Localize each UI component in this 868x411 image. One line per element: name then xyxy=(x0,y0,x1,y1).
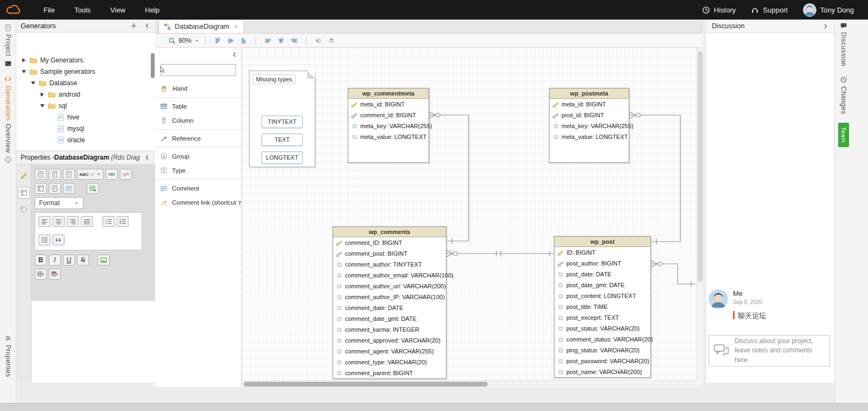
tab-changes[interactable]: Changes xyxy=(837,76,850,115)
discussion-input-placeholder[interactable]: Discuss about your project, leave notes … xyxy=(709,335,830,366)
menu-file[interactable]: File xyxy=(43,6,55,14)
table-header-wp-post[interactable]: wp_post xyxy=(554,237,650,247)
snippet-button[interactable] xyxy=(35,183,47,194)
align-center-button[interactable] xyxy=(275,35,288,46)
zoom-control[interactable]: 90% xyxy=(168,37,200,45)
table-wp-post[interactable]: wp_postID: BIGINTpost_author: BIGINTpost… xyxy=(554,236,651,378)
tree-item-android[interactable]: android xyxy=(16,88,155,100)
sidebar-tab-generators[interactable]: Generators xyxy=(0,75,16,121)
horizontal-scroll-thumb[interactable] xyxy=(244,382,488,387)
column-wp-commentmeta-comment-id[interactable]: comment_id: BIGINT xyxy=(348,110,429,121)
tab-team[interactable]: Team xyxy=(837,123,850,147)
collapse-properties-button[interactable] xyxy=(144,154,151,161)
link-button[interactable] xyxy=(106,169,118,180)
align-center-button[interactable] xyxy=(53,216,65,227)
history-button[interactable]: History xyxy=(702,6,736,14)
column-wp-comments-comment-parent[interactable]: comment_parent: BIGINT xyxy=(333,368,446,378)
tool-comment-link-shortcut-n[interactable]: Comment link (shortcut 'n') xyxy=(155,195,241,210)
media-button[interactable] xyxy=(63,183,75,194)
expand-arrow-icon[interactable] xyxy=(39,104,45,108)
column-wp-comments-comment-approved[interactable]: comment_approved: VARCHAR(20) xyxy=(333,335,446,346)
align-left-button[interactable] xyxy=(39,216,50,227)
blockquote-button[interactable] xyxy=(53,235,65,245)
unordered-list-button[interactable] xyxy=(117,216,129,227)
paste-button[interactable] xyxy=(35,169,47,180)
table-style-button[interactable] xyxy=(35,269,47,280)
sidebar-tab-project[interactable]: Project xyxy=(0,24,16,56)
spellcheck-button[interactable]: ABC xyxy=(77,169,104,180)
column-wp-post-post-name[interactable]: post_name: VARCHAR(200) xyxy=(554,366,650,377)
app-logo-icon[interactable] xyxy=(5,4,22,16)
underline-button[interactable]: U xyxy=(63,255,75,265)
align-bottom-button[interactable] xyxy=(237,35,250,46)
tag-button[interactable] xyxy=(18,204,30,216)
sidebar-tab-properties[interactable]: Properties xyxy=(0,334,16,377)
tab-databasediagram[interactable]: DatabaseDiagram xyxy=(158,20,244,33)
tool-column[interactable]: Column xyxy=(155,113,241,128)
add-generator-button[interactable] xyxy=(130,22,137,29)
column-wp-post-post-title[interactable]: post_title: TIME xyxy=(554,301,650,312)
column-wp-post-post-status[interactable]: post_status: VARCHAR(20) xyxy=(554,323,650,334)
vertical-scroll-thumb[interactable] xyxy=(698,51,703,282)
indent-button[interactable] xyxy=(39,235,50,245)
flip-horizontal-button[interactable] xyxy=(312,35,325,46)
column-wp-postmeta-meta-id[interactable]: meta_id: BIGINT xyxy=(550,99,629,110)
column-wp-postmeta-meta-key[interactable]: meta_key: VARCHAR(255) xyxy=(550,121,629,131)
bold-button[interactable]: B xyxy=(35,255,47,265)
template-button[interactable] xyxy=(49,183,61,194)
tool-group[interactable]: GGroup xyxy=(155,149,241,163)
tool-type[interactable]: TType xyxy=(155,163,241,178)
paste-plain-button[interactable] xyxy=(49,169,61,180)
tab-discussion[interactable]: Discussion xyxy=(837,22,850,66)
canvas-horizontal-scrollbar[interactable] xyxy=(242,380,696,387)
paste-word-button[interactable] xyxy=(63,169,75,180)
note-title[interactable]: Missing types xyxy=(253,74,296,84)
table-header-wp-comments[interactable]: wp_comments xyxy=(333,227,446,237)
collapse-discussion-button[interactable] xyxy=(822,23,829,30)
sidebar-tab-terminal[interactable] xyxy=(0,60,16,67)
align-middle-button[interactable] xyxy=(224,35,237,46)
layout-panel-button[interactable] xyxy=(18,187,30,199)
close-tab-icon[interactable] xyxy=(233,24,239,29)
align-right-button[interactable] xyxy=(67,216,79,227)
sidebar-tab-overview[interactable]: Overview xyxy=(0,124,16,163)
tree-item-sample-generators[interactable]: Sample generators xyxy=(16,66,155,77)
column-wp-commentmeta-meta-id[interactable]: meta_id: BIGINT xyxy=(348,99,429,110)
flip-vertical-button[interactable] xyxy=(325,35,338,46)
insert-table-button[interactable] xyxy=(87,183,99,194)
column-wp-comments-comment-id[interactable]: comment_ID: BIGINT xyxy=(333,237,446,248)
column-wp-comments-comment-author-email[interactable]: comment_author_email: VARCHAR(100) xyxy=(333,270,446,281)
support-button[interactable]: Support xyxy=(751,6,788,14)
diagram-canvas[interactable]: wp_commentmetameta_id: BIGINTcomment_id:… xyxy=(242,48,703,387)
unlink-button[interactable] xyxy=(120,169,132,180)
tool-reference[interactable]: Reference xyxy=(155,131,241,146)
tree-scrollbar-thumb[interactable] xyxy=(151,53,155,78)
align-top-button[interactable] xyxy=(211,35,224,46)
column-wp-post-ping-status[interactable]: ping_status: VARCHAR(20) xyxy=(554,345,650,356)
column-wp-commentmeta-meta-key[interactable]: meta_key: VARCHAR(255) xyxy=(348,121,429,131)
column-wp-comments-comment-date[interactable]: comment_date: DATE xyxy=(333,302,446,313)
collapse-generators-button[interactable] xyxy=(144,22,151,29)
table-wp-postmeta[interactable]: wp_postmetameta_id: BIGINTpost_id: BIGIN… xyxy=(549,88,629,163)
menu-tools[interactable]: Tools xyxy=(74,6,91,14)
expand-arrow-icon[interactable] xyxy=(39,92,45,97)
italic-button[interactable]: I xyxy=(49,255,61,265)
tree-item-mysql[interactable]: mysql xyxy=(16,123,155,134)
tree-item-database[interactable]: Database xyxy=(16,77,155,88)
palette-collapse-button[interactable] xyxy=(231,51,238,58)
column-wp-post-id[interactable]: ID: BIGINT xyxy=(554,247,650,258)
type-button-longtext[interactable]: LONGTEXT xyxy=(261,151,303,164)
column-wp-post-post-password[interactable]: post_password: VARCHAR(20) xyxy=(554,356,650,366)
tree-item-oracle[interactable]: oracle xyxy=(16,134,155,146)
menu-help[interactable]: Help xyxy=(145,6,159,14)
column-wp-comments-comment-post[interactable]: comment_post: BIGINT xyxy=(333,248,446,259)
column-wp-post-post-date-gmt[interactable]: post_date_gmt: DATE xyxy=(554,280,650,290)
tree-item-sql[interactable]: sql xyxy=(16,100,155,111)
column-wp-post-post-exceprt[interactable]: post_exceprt: TEXT xyxy=(554,312,650,323)
tool-hand[interactable]: Hand xyxy=(155,81,241,96)
expand-arrow-icon[interactable] xyxy=(30,81,36,85)
format-dropdown[interactable]: Format xyxy=(35,197,84,209)
align-right-button[interactable] xyxy=(288,35,301,46)
column-wp-comments-comment-agent[interactable]: comment_agent: VARCHAR(255) xyxy=(333,346,446,357)
tool-table[interactable]: Table xyxy=(155,99,241,113)
